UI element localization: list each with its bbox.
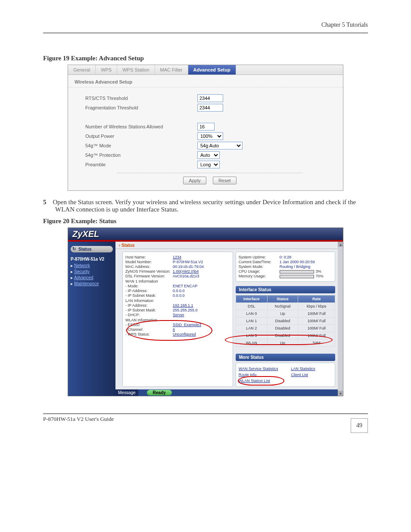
wlan-wps-label: - WPS Status:	[125, 332, 173, 336]
sidebar-security[interactable]: Security	[71, 269, 114, 274]
device-info-panel: Host Name:1234 Model Number:P-870HW-51a …	[122, 252, 233, 387]
nstations-label: Number of Wireless Stations Allowed	[85, 124, 197, 129]
scroll-down-icon[interactable]: ▾	[338, 391, 343, 396]
mode-label: 54g™ Mode	[85, 143, 197, 148]
lan-dhcp-label: - DHCP:	[125, 313, 173, 317]
brand-bar: ZyXEL	[68, 228, 343, 240]
tab-bar: General WPS WPS Station MAC Filter Advan…	[68, 65, 343, 75]
lan-dhcp-value[interactable]: Server	[173, 313, 184, 317]
tab-advanced-setup[interactable]: Advanced Setup	[188, 65, 236, 75]
dslfw-value: AvC010a.d21i3	[173, 274, 199, 278]
link-wlan-station-list[interactable]: WLAN Station List	[239, 379, 270, 383]
prot-label: 54g™ Protection	[85, 152, 197, 158]
wlan-ssid-value[interactable]: SSID_Example3	[173, 323, 201, 327]
th-status: Status	[267, 296, 298, 303]
uptime-label: System Uptime:	[239, 255, 280, 259]
lan-ip-value[interactable]: 192.168.1.1	[173, 303, 193, 308]
mem-label: Memory Usage:	[239, 274, 280, 278]
wan-ip-label: - IP Address:	[125, 289, 173, 293]
th-interface: Interface	[236, 296, 267, 303]
power-select[interactable]: 100%	[197, 132, 223, 140]
lan-header: LAN Information	[125, 299, 230, 303]
wan-mask-value: 0.0.0.0	[173, 293, 185, 298]
dslfw-label: DSL Firmware Version:	[125, 274, 173, 278]
status-screenshot: ZyXEL Status P-870HW-51a V2 Network Secu…	[68, 227, 343, 396]
tab-wps-station[interactable]: WPS Station	[117, 65, 155, 75]
scroll-up-icon[interactable]: ▴	[338, 242, 343, 247]
model-label: Model Number:	[125, 260, 173, 264]
mac-value: 00:19:cb:d1:79:04	[173, 264, 204, 269]
wan-mask-label: - IP Subnet Mask:	[125, 293, 173, 298]
message-label: Message	[115, 389, 138, 396]
link-client-list[interactable]: Client List	[291, 373, 308, 377]
sidebar-status[interactable]: Status	[71, 246, 113, 252]
host-name-value[interactable]: 1234	[173, 255, 181, 259]
wan-mode-label: - Mode:	[125, 284, 173, 288]
sidebar-network[interactable]: Network	[71, 263, 114, 268]
status-header: Status	[115, 242, 338, 249]
tab-wps[interactable]: WPS	[96, 65, 117, 75]
host-name-label: Host Name:	[125, 255, 173, 259]
cpu-pct: 3%	[316, 269, 321, 274]
model-value: P-870HW-51a V2	[173, 260, 203, 264]
page-number: 49	[351, 418, 368, 433]
interface-table: Interface Status Rate DSLNoSignalkbps / …	[236, 295, 335, 347]
mem-bar	[280, 275, 314, 278]
more-status-title: More Status	[236, 354, 335, 361]
wan-header: WAN 1 Information	[125, 279, 230, 283]
wlan-ch-label: - Channel:	[125, 327, 173, 332]
header-rule	[43, 33, 368, 33]
row-lan3: LAN 3Disabled100M/ Full	[236, 332, 335, 339]
mode-select[interactable]: 54g Auto	[197, 142, 243, 149]
row-lan0: LAN 0Up100M/ Full	[236, 310, 335, 317]
sidebar-advanced[interactable]: Advanced	[71, 275, 114, 280]
advanced-setup-screenshot: General WPS WPS Station MAC Filter Advan…	[68, 65, 343, 191]
scrollbar[interactable]: ▴ ▾	[338, 242, 343, 396]
lan-ip-label: - IP Address:	[125, 303, 173, 308]
tab-general[interactable]: General	[68, 65, 96, 75]
chapter-header: Chapter 5 Tutorials	[43, 22, 368, 28]
wlan-wps-value[interactable]: Unconfigured	[173, 332, 196, 336]
frag-input[interactable]	[197, 104, 223, 112]
wan-mode-value: ENET ENCAP	[173, 284, 197, 288]
th-rate: Rate	[298, 296, 335, 303]
link-lan-stats[interactable]: LAN Statistics	[291, 367, 315, 371]
sidebar: Status P-870HW-51a V2 Network Security A…	[68, 242, 115, 396]
sysmode-value: Routing / Bridging	[280, 264, 311, 269]
lan-mask-value: 255.255.255.0	[173, 308, 198, 312]
sidebar-maintenance[interactable]: Maintenance	[71, 281, 114, 286]
prot-select[interactable]: Auto	[197, 151, 220, 159]
message-bar: Message Ready	[115, 389, 338, 396]
preamble-label: Preamble	[85, 162, 197, 167]
row-lan1: LAN 1Disabled100M/ Full	[236, 317, 335, 325]
wlan-ch-value[interactable]: 6	[173, 327, 175, 332]
wlan-ssid-label: - ESSID:	[125, 323, 173, 327]
link-wan-stats[interactable]: WAN Service Statistics	[239, 367, 278, 371]
rts-input[interactable]	[197, 94, 223, 102]
fw-label: ZyNOS Firmware Version:	[125, 269, 173, 274]
footer-left: P-870HW-51a V2 User's Guide	[43, 416, 368, 423]
footer-rule	[43, 414, 368, 414]
reset-button[interactable]: Reset	[213, 177, 237, 184]
frag-label: Fragmentation Threshold	[85, 105, 197, 110]
date-value: 1 Jan 2000 00:20:59	[280, 260, 315, 264]
figure-19-label: Figure 19 Example: Advanced Setup	[43, 55, 368, 62]
sysmode-label: System Mode:	[239, 264, 280, 269]
system-status-panel: System Uptime:0: 0:28 Current Date/Time:…	[236, 252, 335, 282]
nstations-input[interactable]	[197, 123, 215, 131]
row-wlan: WLANUp54M	[236, 339, 335, 347]
rts-label: RTS/CTS Threshold	[85, 96, 197, 101]
power-label: Output Power	[85, 134, 197, 139]
fw-value[interactable]: 1.00(AW2.0)b4	[173, 269, 199, 274]
sidebar-model: P-870HW-51a V2	[71, 257, 114, 261]
lan-mask-label: - IP Subnet Mask:	[125, 308, 173, 312]
preamble-select[interactable]: Long	[197, 161, 220, 168]
wlan-header: WLAN Information	[125, 318, 230, 322]
apply-button[interactable]: Apply	[183, 177, 206, 184]
cpu-bar	[280, 270, 314, 274]
figure-20-label: Figure 20 Example: Status	[43, 218, 368, 225]
link-route-info[interactable]: Route Info	[239, 373, 257, 377]
tab-mac-filter[interactable]: MAC Filter	[155, 65, 188, 75]
row-lan2: LAN 2Disabled100M/ Full	[236, 325, 335, 332]
message-ready: Ready	[147, 390, 172, 395]
